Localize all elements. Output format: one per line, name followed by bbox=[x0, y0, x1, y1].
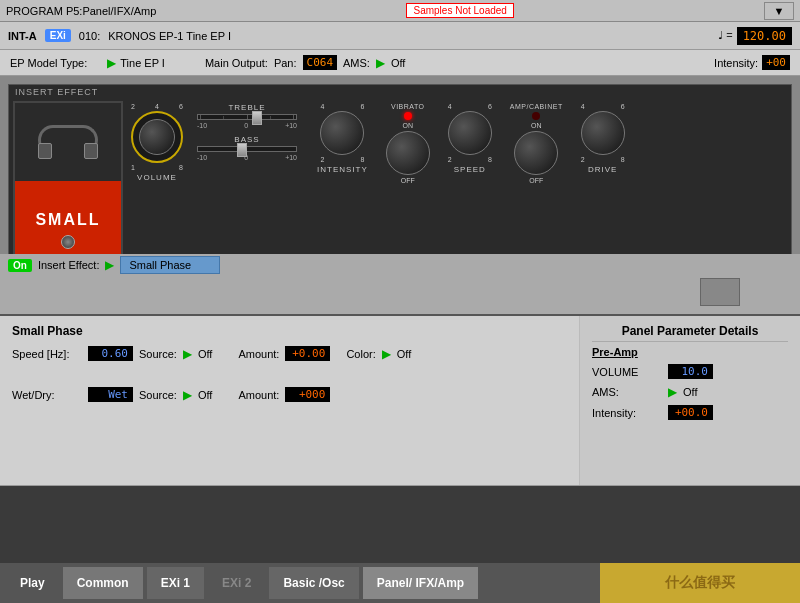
main-output-label: Main Output: bbox=[205, 57, 268, 69]
intensity-area: Intensity: +00 bbox=[714, 55, 790, 70]
controls-row-1: 246 18 VOLUME TREBLE bbox=[131, 103, 787, 184]
ep-model-value[interactable]: ▶ Tine EP I bbox=[107, 56, 165, 70]
pp-volume-value[interactable]: 10.0 bbox=[668, 364, 713, 379]
insert-effect-name[interactable]: Small Phase bbox=[120, 256, 220, 274]
panel-details-title: Panel Parameter Details bbox=[592, 324, 788, 342]
pp-intensity-row: Intensity: +00.0 bbox=[592, 405, 788, 420]
wetdry-source-value: Off bbox=[198, 389, 212, 401]
pan-value[interactable]: C064 bbox=[303, 55, 338, 70]
treble-track[interactable] bbox=[197, 114, 297, 120]
program-name: KRONOS EP-1 Tine EP I bbox=[108, 30, 710, 42]
vibrato-knob[interactable] bbox=[386, 131, 430, 175]
ep-model-arrow-icon: ▶ bbox=[107, 56, 116, 70]
insert-effect-label2: Insert Effect: bbox=[38, 259, 100, 271]
intensity-label: Intensity: bbox=[714, 57, 758, 69]
tab-exi1[interactable]: EXi 1 bbox=[147, 567, 204, 599]
vibrato-label: VIBRATO bbox=[391, 103, 425, 110]
amount2-label: Amount: bbox=[238, 389, 279, 401]
small-amp-label: SMALL bbox=[35, 211, 100, 229]
controls-section: 246 18 VOLUME TREBLE bbox=[131, 103, 787, 184]
bottom-tabs: Play Common EXi 1 EXi 2 Basic /Osc Panel… bbox=[0, 563, 600, 603]
drive-section: 46 28 DRIVE bbox=[581, 103, 625, 174]
treble-scale: -10 0 +10 bbox=[197, 122, 297, 129]
effect-arrow-icon: ▶ bbox=[105, 258, 114, 272]
amp-image: SMALL bbox=[13, 101, 123, 261]
amount2-value[interactable]: +000 bbox=[285, 387, 330, 402]
speed-param-label: Speed [Hz]: bbox=[12, 348, 82, 360]
intensity-value[interactable]: +00 bbox=[762, 55, 790, 70]
on-badge[interactable]: On bbox=[8, 259, 32, 272]
samples-not-loaded-badge: Samples Not Loaded bbox=[406, 3, 513, 18]
vibrato-on-label: ON bbox=[403, 122, 414, 129]
intensity-knob-label: INTENSITY bbox=[317, 165, 368, 174]
amp-cabinet-label: AMP/CABINET bbox=[510, 103, 563, 110]
watermark: 什么值得买 bbox=[600, 563, 800, 603]
wetdry-source-arrow: ▶ bbox=[183, 388, 192, 402]
amount-value[interactable]: +0.00 bbox=[285, 346, 330, 361]
bank-label: INT-A bbox=[8, 30, 37, 42]
tab-panel-ifx-amp[interactable]: Panel/ IFX/Amp bbox=[363, 567, 478, 599]
right-param-panel: Panel Parameter Details Pre-Amp VOLUME 1… bbox=[580, 316, 800, 485]
tempo-value[interactable]: 120.00 bbox=[737, 27, 792, 45]
header-row: INT-A EXi 010: KRONOS EP-1 Tine EP I ♩ =… bbox=[0, 22, 800, 50]
amount-label: Amount: bbox=[238, 348, 279, 360]
intensity-section: 46 28 INTENSITY bbox=[317, 103, 368, 174]
wetdry-source-label: Source: bbox=[139, 389, 177, 401]
sliders-area: TREBLE bbox=[197, 103, 297, 161]
vibrato-off-label: OFF bbox=[401, 177, 415, 184]
pp-volume-row: VOLUME 10.0 bbox=[592, 364, 788, 379]
pp-ams-value: Off bbox=[683, 386, 697, 398]
program-number: 010: bbox=[79, 30, 100, 42]
chevron-down-icon: ▼ bbox=[774, 5, 785, 17]
drive-knob[interactable] bbox=[581, 111, 625, 155]
wetdry-value[interactable]: Wet bbox=[88, 387, 133, 402]
amp-led[interactable] bbox=[532, 112, 540, 120]
speed-label: SPEED bbox=[454, 165, 486, 174]
amp-bottom-knob[interactable] bbox=[61, 235, 75, 249]
pp-ams-label: AMS: bbox=[592, 386, 662, 398]
amp-off-label: OFF bbox=[529, 177, 543, 184]
wetdry-label: Wet/Dry: bbox=[12, 389, 82, 401]
tempo-label: ♩ = bbox=[718, 29, 732, 42]
ep-model-type: Tine EP I bbox=[120, 57, 165, 69]
wetdry-param-row: Wet/Dry: Wet Source: ▶ Off Amount: +000 bbox=[12, 387, 567, 402]
treble-slider-row: TREBLE bbox=[197, 103, 297, 129]
param-section: Small Phase Speed [Hz]: 0.60 Source: ▶ O… bbox=[0, 316, 800, 486]
color-value: Off bbox=[397, 348, 411, 360]
title-bar: PROGRAM P5:Panel/IFX/Amp Samples Not Loa… bbox=[0, 0, 800, 22]
pp-intensity-value[interactable]: +00.0 bbox=[668, 405, 713, 420]
main-output-area: Main Output: Pan: C064 AMS: ▶ Off bbox=[205, 55, 406, 70]
intensity-knob[interactable] bbox=[320, 111, 364, 155]
left-param-panel: Small Phase Speed [Hz]: 0.60 Source: ▶ O… bbox=[0, 316, 580, 485]
tab-exi2[interactable]: EXi 2 bbox=[208, 567, 265, 599]
tab-play[interactable]: Play bbox=[6, 567, 59, 599]
insert-effect-label: INSERT EFFECT bbox=[15, 87, 98, 97]
title-dropdown[interactable]: ▼ bbox=[764, 2, 794, 20]
bass-track[interactable] bbox=[197, 146, 297, 152]
pp-volume-label: VOLUME bbox=[592, 366, 662, 378]
color-label: Color: bbox=[346, 348, 375, 360]
ep-model-row: EP Model Type: ▶ Tine EP I Main Output: … bbox=[0, 50, 800, 76]
speed-source-label: Source: bbox=[139, 348, 177, 360]
speed-source-arrow: ▶ bbox=[183, 347, 192, 361]
tab-common[interactable]: Common bbox=[63, 567, 143, 599]
tab-basic-osc[interactable]: Basic /Osc bbox=[269, 567, 358, 599]
pp-ams-arrow: ▶ bbox=[668, 385, 677, 399]
speed-param-value[interactable]: 0.60 bbox=[88, 346, 133, 361]
volume-knob-ring bbox=[131, 111, 183, 163]
ams-arrow-icon: ▶ bbox=[376, 56, 385, 70]
small-phase-title: Small Phase bbox=[12, 324, 567, 338]
pp-intensity-label: Intensity: bbox=[592, 407, 662, 419]
exi-badge[interactable]: EXi bbox=[45, 29, 71, 42]
amp-on-label: ON bbox=[531, 122, 542, 129]
volume-knob[interactable] bbox=[139, 119, 175, 155]
amp-top bbox=[15, 103, 121, 181]
vibrato-led[interactable] bbox=[404, 112, 412, 120]
pp-ams-row: AMS: ▶ Off bbox=[592, 385, 788, 399]
title-bar-text: PROGRAM P5:Panel/IFX/Amp bbox=[6, 5, 156, 17]
speed-source-value: Off bbox=[198, 348, 212, 360]
amp-cabinet-knob[interactable] bbox=[514, 131, 558, 175]
pan-label: Pan: bbox=[274, 57, 297, 69]
speed-knob[interactable] bbox=[448, 111, 492, 155]
speed-section: 46 28 SPEED bbox=[448, 103, 492, 174]
